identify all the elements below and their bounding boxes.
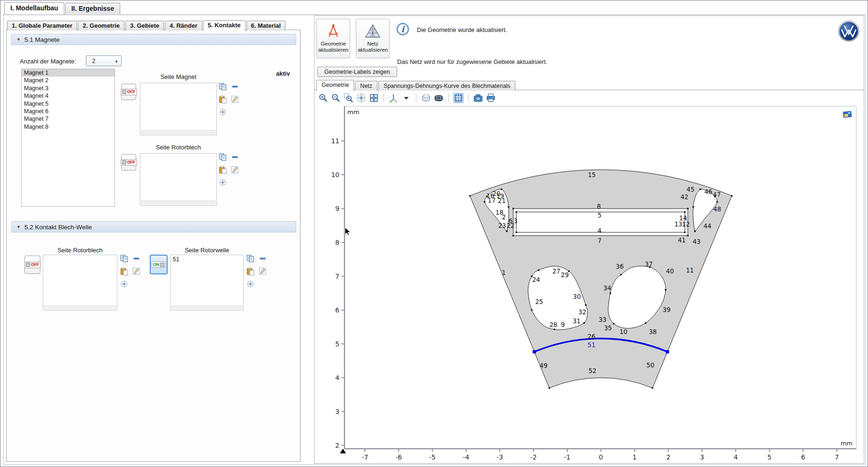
scene-dark-icon[interactable] [434, 93, 444, 103]
view-tab-3[interactable]: Spannungs-Dehnungs-Kurve des Blechmateri… [378, 81, 515, 91]
magnet-list-item[interactable]: Magnet 7 [22, 115, 115, 123]
copy-icon[interactable] [219, 153, 227, 161]
magnet-list-item[interactable]: Magnet 4 [22, 92, 115, 100]
remove-icon[interactable] [132, 255, 140, 263]
sub-tab-3[interactable]: 3. Gebiete [125, 21, 164, 31]
scene-light-icon[interactable] [421, 93, 431, 103]
edge-label-36: 36 [616, 263, 624, 270]
section-header-kontakt[interactable]: ▼ 5.2 Kontakt Blech-Welle [11, 221, 296, 233]
magnet-list-item[interactable]: Magnet 3 [22, 85, 115, 92]
hscrollbar[interactable] [141, 130, 216, 134]
copy-icon[interactable] [246, 255, 254, 263]
zoom-selected-icon[interactable] [356, 93, 366, 103]
magnet-list-item[interactable]: Magnet 6 [22, 108, 115, 115]
edge-label-49: 49 [540, 362, 548, 369]
vertex-dot [684, 232, 685, 233]
sub-tab-5[interactable]: 5. Kontakte [203, 20, 246, 31]
edge-label-28: 28 [549, 321, 557, 328]
section-header-magnete[interactable]: ▼ 5.1 Magnete [11, 34, 296, 45]
vertex-dot [610, 292, 611, 294]
paste-icon[interactable] [246, 267, 254, 275]
toggle-state-label: OFF [127, 90, 135, 94]
camera-icon[interactable] [473, 93, 483, 103]
anzahl-magnete-dropdown[interactable]: 2 ▼ [86, 55, 122, 66]
grid-icon[interactable] [453, 93, 463, 103]
clear-selection-icon[interactable] [259, 267, 267, 275]
zoom-selection-icon[interactable] [120, 280, 128, 288]
zoom-selection-icon[interactable] [246, 280, 254, 288]
view-tab-bar: GeometrieNetzSpannungs-Dehnungs-Kurve de… [316, 80, 516, 91]
paste-icon[interactable] [120, 267, 128, 275]
magnet-list-item[interactable]: Magnet 5 [22, 100, 115, 108]
zoom-selection-icon[interactable] [219, 179, 227, 187]
plot-canvas[interactable]: -7-6-5-4-3-2-101234567234567891011mmmm12… [323, 102, 863, 467]
magnet-list-item[interactable]: Magnet 1 [22, 69, 115, 77]
seite-magnet-selection-box[interactable] [140, 83, 217, 135]
toggle-square-icon [26, 263, 30, 267]
edge-label-4: 4 [598, 227, 601, 234]
axis-orientation-icon[interactable] [389, 93, 399, 103]
remove-icon[interactable] [231, 83, 239, 91]
clear-selection-icon[interactable] [132, 267, 140, 275]
hscrollbar[interactable] [171, 305, 243, 310]
kontakt-rotorwelle-selection-box[interactable]: 51 [170, 255, 244, 311]
x-axis-unit: mm [841, 440, 853, 447]
magnet-list-item[interactable]: Magnet 8 [22, 123, 115, 131]
seite-rotorblech-selection-box[interactable] [140, 153, 217, 206]
copy-icon[interactable] [120, 255, 128, 263]
sub-tab-1[interactable]: 1. Globale Parameter [7, 21, 77, 31]
section-title: 5.2 Kontakt Blech-Welle [24, 224, 92, 231]
toggle-state-label: OFF [31, 263, 39, 267]
vertex-dot [645, 322, 646, 324]
sub-tab-6[interactable]: 6. Material [246, 21, 286, 31]
sub-tab-2[interactable]: 2. Geometrie [78, 21, 124, 31]
zoom-out-icon[interactable] [331, 93, 341, 103]
edge-label-23: 23 [498, 222, 506, 229]
hscrollbar[interactable] [44, 305, 116, 310]
kontakt-rotorblech-title: Seite Rotorblech [43, 247, 117, 254]
update-geometry-button[interactable]: Geometrie aktualisieren [316, 19, 350, 58]
y-tick-label: 4 [335, 374, 339, 381]
magnet-list-item[interactable]: Magnet 2 [22, 77, 115, 84]
mesh-icon [364, 23, 382, 39]
main-tab-1[interactable]: I. Modellaufbau [4, 2, 64, 15]
print-icon[interactable] [486, 93, 496, 103]
hscrollbar[interactable] [141, 201, 216, 205]
zoom-in-icon[interactable] [318, 93, 328, 103]
edge-label-33: 33 [599, 316, 607, 323]
dropdown-caret-icon[interactable] [401, 93, 411, 103]
update-mesh-button[interactable]: Netz aktualisieren [356, 19, 390, 58]
y-tick-label: 6 [335, 306, 339, 314]
kontakt-rotorblech-toggle-off[interactable]: OFF [24, 256, 40, 274]
clear-selection-icon[interactable] [231, 95, 239, 103]
paste-icon[interactable] [219, 166, 227, 174]
y-axis-unit: mm [347, 109, 359, 116]
zoom-extents-icon[interactable] [369, 93, 379, 103]
remove-icon[interactable] [259, 255, 267, 263]
toolbar-separator [416, 93, 416, 102]
view-tab-2[interactable]: Netz [355, 81, 377, 91]
vertex-dot [553, 328, 555, 330]
edge-label-26: 26 [588, 333, 596, 340]
paste-icon[interactable] [219, 95, 227, 103]
main-tab-2[interactable]: II. Ergebnisse [65, 3, 120, 14]
seite-magnet-toggle-off[interactable]: OFF [121, 84, 136, 100]
vertex-dot [515, 211, 517, 213]
view-tab-1[interactable]: Geometrie [316, 80, 354, 91]
seite-rotorblech-toggle-off[interactable]: OFF [121, 154, 136, 171]
clear-selection-icon[interactable] [231, 166, 239, 174]
zoom-box-icon[interactable] [344, 93, 353, 103]
magnet-list[interactable]: Magnet 1Magnet 2Magnet 3Magnet 4Magnet 5… [21, 69, 115, 207]
zoom-selection-icon[interactable] [219, 108, 227, 116]
remove-icon[interactable] [231, 153, 239, 161]
vertex-dot [584, 322, 585, 324]
kontakt-rotorwelle-toggle-on[interactable]: ON [150, 255, 168, 274]
edge-label-11: 11 [686, 267, 694, 274]
show-geometry-labels-button[interactable]: Geometrie-Labels zeigen [317, 67, 397, 77]
sub-tab-4[interactable]: 4. Ränder [165, 21, 202, 31]
copy-icon[interactable] [219, 83, 227, 91]
kontakt-rotorblech-selection-box[interactable] [43, 255, 117, 311]
edge-label-39: 39 [663, 306, 671, 313]
info-message-2: Das Netz wird nur für zugewiesene Gebiet… [397, 58, 547, 65]
snapshot-icon[interactable] [843, 111, 852, 118]
